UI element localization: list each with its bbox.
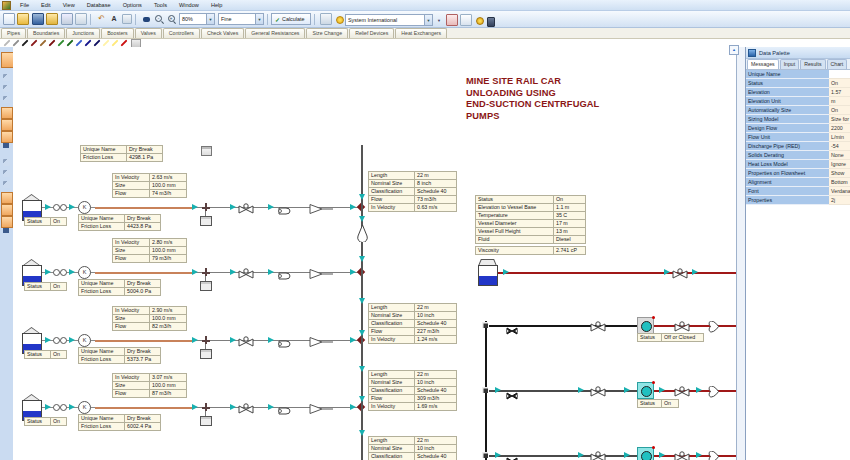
k-resistance-icon[interactable]: K bbox=[78, 401, 91, 414]
palette-row-value[interactable] bbox=[829, 70, 850, 79]
side-tool-icon[interactable] bbox=[1, 131, 13, 143]
palette-tab-results[interactable]: Results bbox=[800, 59, 825, 69]
palette-tab-input[interactable]: Input bbox=[780, 59, 800, 69]
check-valve-icon[interactable] bbox=[277, 202, 292, 212]
palette-row-value[interactable]: 1.57 bbox=[829, 88, 850, 97]
palette-row-value[interactable]: Bottom bbox=[829, 178, 850, 187]
tab-heat-exchangers[interactable]: Heat Exchangers bbox=[395, 28, 447, 38]
side-tool-icon[interactable] bbox=[1, 216, 13, 228]
pump-icon[interactable] bbox=[637, 382, 654, 399]
wye-icon[interactable] bbox=[308, 266, 334, 278]
tab-junctions[interactable]: Junctions bbox=[66, 28, 100, 38]
side-tool-icon[interactable] bbox=[1, 204, 13, 216]
pipe-pen-icon[interactable] bbox=[120, 39, 128, 47]
gate-valve-icon[interactable] bbox=[674, 319, 690, 331]
gate-valve-icon[interactable] bbox=[238, 201, 254, 213]
wye-icon[interactable] bbox=[308, 201, 334, 213]
tab-boundaries[interactable]: Boundaries bbox=[27, 28, 65, 38]
pump-icon[interactable] bbox=[637, 447, 654, 460]
pump-check-icon[interactable] bbox=[706, 319, 721, 331]
pipe-pen-icon[interactable] bbox=[93, 39, 101, 47]
tab-valves[interactable]: Valves bbox=[135, 28, 162, 38]
dry-break-icon[interactable] bbox=[53, 404, 60, 411]
pipe-pen-icon[interactable] bbox=[39, 39, 47, 47]
pump-icon[interactable] bbox=[637, 317, 654, 334]
palette-row-value[interactable]: 2j bbox=[829, 196, 850, 205]
toolbar-pan-icon[interactable] bbox=[122, 14, 132, 24]
unit-combo-arrow-icon[interactable]: ▼ bbox=[424, 15, 432, 25]
zoom-level-combo[interactable]: 80%▼ bbox=[179, 13, 215, 25]
gate-valve-icon[interactable] bbox=[238, 401, 254, 413]
toolbar-end-icon[interactable] bbox=[487, 17, 495, 27]
pipe-pen-icon[interactable] bbox=[66, 39, 74, 47]
pipe-pen-icon[interactable] bbox=[57, 39, 65, 47]
data-palette-titlebar[interactable]: Data Palette bbox=[746, 47, 850, 59]
toolbar-zoom-out-icon[interactable]: - bbox=[154, 14, 164, 24]
palette-tab-chart[interactable]: Chart bbox=[827, 59, 848, 69]
palette-row-value[interactable]: Ignore bbox=[829, 160, 850, 169]
gate-valve-icon[interactable] bbox=[238, 334, 254, 346]
branch-box-icon[interactable] bbox=[200, 416, 212, 426]
toolbar-key-icon[interactable] bbox=[475, 15, 485, 25]
palette-row-value[interactable]: m bbox=[829, 97, 850, 106]
unit-extra-arrow-icon[interactable]: ▼ bbox=[435, 15, 443, 25]
dry-break-icon[interactable] bbox=[60, 204, 67, 211]
palette-collapse-button[interactable]: ▲ bbox=[729, 45, 739, 55]
palette-row-value[interactable]: Show bbox=[829, 169, 850, 178]
toolbar-hint-icon[interactable] bbox=[335, 14, 345, 24]
palette-row-value[interactable]: 2200 bbox=[829, 124, 850, 133]
toolbar-page-icon[interactable] bbox=[75, 13, 87, 25]
palette-tab-messages[interactable]: Messages bbox=[747, 59, 779, 69]
dry-break-icon[interactable] bbox=[60, 404, 67, 411]
branch-box-icon[interactable] bbox=[200, 216, 212, 226]
detail-combo-arrow-icon[interactable]: ▼ bbox=[255, 14, 263, 24]
check-valve-icon[interactable] bbox=[277, 402, 292, 412]
side-tool-icon[interactable] bbox=[3, 159, 10, 166]
side-tool-icon[interactable] bbox=[1, 119, 13, 131]
detail-combo[interactable]: Fine▼ bbox=[218, 13, 264, 25]
pipe-pen-icon[interactable] bbox=[84, 39, 92, 47]
tab-general-resistances[interactable]: General Resistances bbox=[245, 28, 305, 38]
toolbar-find-icon[interactable] bbox=[141, 14, 151, 24]
toolbar-options-icon[interactable] bbox=[320, 13, 332, 25]
zoom-combo-arrow-icon[interactable]: ▼ bbox=[206, 14, 214, 24]
side-tool-icon[interactable] bbox=[3, 170, 10, 177]
wye-icon[interactable] bbox=[308, 401, 334, 413]
toolbar-help-icon[interactable] bbox=[446, 14, 458, 26]
tab-boosters[interactable]: Boosters bbox=[101, 28, 133, 38]
side-tool-icon[interactable] bbox=[3, 96, 10, 103]
isolation-valve-icon[interactable] bbox=[506, 321, 518, 329]
gate-valve-icon[interactable] bbox=[238, 266, 254, 278]
check-valve-drop-icon[interactable] bbox=[356, 224, 369, 242]
pipe-pen-icon[interactable] bbox=[48, 39, 56, 47]
tab-controllers[interactable]: Controllers bbox=[163, 28, 200, 38]
menu-item-database[interactable]: Database bbox=[81, 0, 117, 10]
pipe-pen-icon[interactable] bbox=[111, 39, 119, 47]
isolation-valve-icon[interactable] bbox=[506, 451, 518, 459]
palette-row-value[interactable]: L/min bbox=[829, 133, 850, 142]
unit-system-combo[interactable]: System International▼ bbox=[345, 14, 433, 26]
dry-break-icon[interactable] bbox=[60, 269, 67, 276]
branch-box-icon[interactable] bbox=[200, 349, 212, 359]
dry-break-icon[interactable] bbox=[53, 337, 60, 344]
isolation-valve-icon[interactable] bbox=[506, 386, 518, 394]
elbow-node[interactable] bbox=[482, 387, 488, 393]
side-tool-icon[interactable] bbox=[3, 143, 9, 148]
palette-row-value[interactable]: On bbox=[829, 79, 850, 88]
k-resistance-icon[interactable]: K bbox=[78, 201, 91, 214]
gate-valve-icon[interactable] bbox=[672, 266, 688, 278]
pipe-pen-icon[interactable] bbox=[12, 39, 20, 47]
side-tool-icon[interactable] bbox=[1, 192, 13, 204]
dry-break-icon[interactable] bbox=[60, 337, 67, 344]
pipe-pen-icon[interactable] bbox=[21, 39, 29, 47]
palette-row-value[interactable]: -54 bbox=[829, 142, 850, 151]
menu-item-options[interactable]: Options bbox=[117, 0, 148, 10]
side-tool-icon[interactable] bbox=[3, 181, 10, 188]
elbow-node[interactable] bbox=[482, 322, 488, 328]
side-tool-icon[interactable] bbox=[3, 74, 10, 81]
toolbar-print-icon[interactable] bbox=[61, 13, 73, 25]
dry-break-icon[interactable] bbox=[53, 204, 60, 211]
gate-valve-icon[interactable] bbox=[590, 449, 606, 460]
toolbar-font-icon[interactable]: A bbox=[109, 14, 119, 24]
toolbar-zoom-in-icon[interactable]: + bbox=[166, 14, 176, 24]
